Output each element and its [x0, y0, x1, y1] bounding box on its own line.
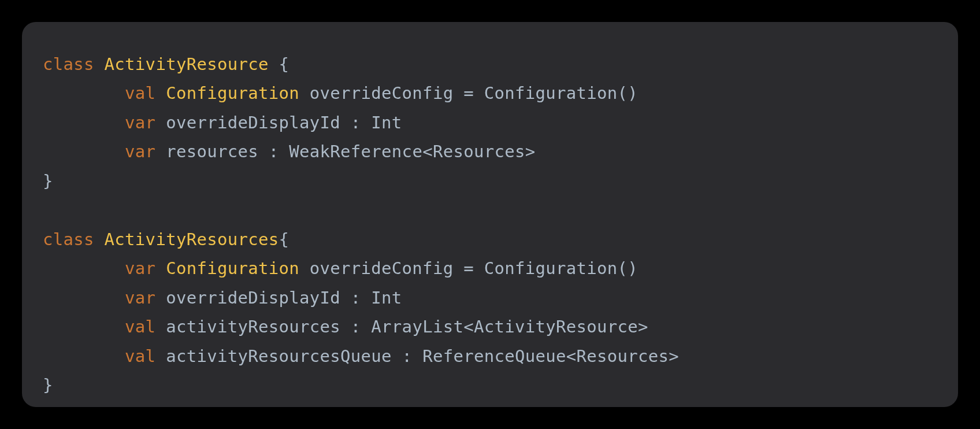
token-typeref: WeakReference<Resources> [289, 142, 535, 161]
token-punct: { [279, 230, 289, 249]
token-ident: resources [166, 142, 258, 161]
code-content: class ActivityResource { val Configurati… [43, 54, 679, 395]
token-punct: } [43, 375, 53, 395]
token-typeref: ArrayList<ActivityResource> [371, 317, 648, 336]
token-kw: var [125, 142, 155, 161]
code-block: class ActivityResource { val Configurati… [22, 22, 958, 407]
token-punct: : [351, 288, 361, 308]
token-kw: val [125, 83, 155, 103]
token-ident: overrideDisplayId [166, 113, 340, 132]
token-ident: activityResourcesQueue [166, 346, 392, 366]
token-kw: var [125, 258, 155, 278]
token-ident: Configuration() [484, 83, 638, 103]
token-kw: val [125, 317, 155, 336]
token-punct: } [43, 171, 53, 191]
token-ident: overrideDisplayId [166, 288, 340, 308]
token-ident: activityResources [166, 317, 340, 336]
token-kw: val [125, 346, 155, 366]
token-typename: ActivityResource [105, 54, 269, 74]
token-op: = [463, 258, 474, 278]
token-kw: class [43, 54, 94, 74]
token-punct: : [402, 346, 413, 366]
token-typename: Configuration [166, 83, 299, 103]
token-punct: : [351, 113, 361, 132]
token-ident: Configuration() [484, 258, 638, 278]
token-ident: overrideConfig [310, 83, 454, 103]
token-typeref: ReferenceQueue<Resources> [422, 346, 679, 366]
token-typeref: Int [371, 113, 402, 132]
token-punct: : [351, 317, 361, 336]
token-kw: class [43, 230, 94, 249]
token-ident: overrideConfig [310, 258, 454, 278]
token-typename: Configuration [166, 258, 299, 278]
token-op: = [463, 83, 474, 103]
token-kw: var [125, 113, 155, 132]
token-punct: : [269, 142, 279, 161]
token-typename: ActivityResources [105, 230, 279, 249]
token-punct: { [279, 54, 289, 74]
token-kw: var [125, 288, 155, 308]
token-typeref: Int [371, 288, 402, 308]
